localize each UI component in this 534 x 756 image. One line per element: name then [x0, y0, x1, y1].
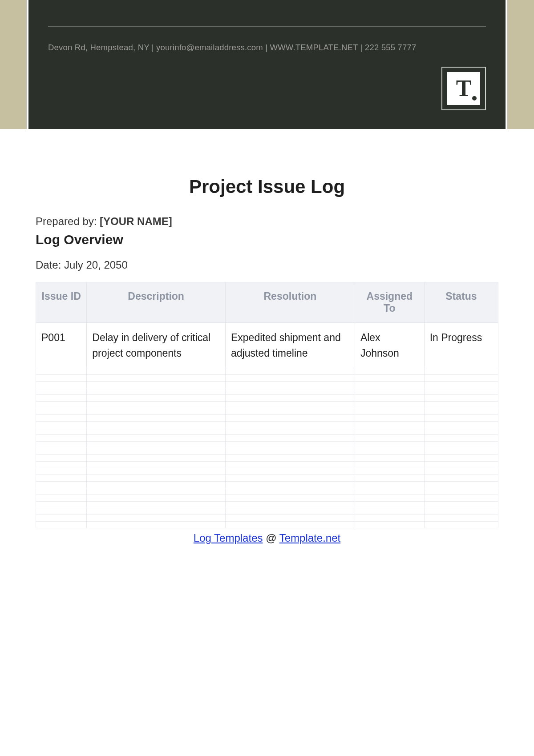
table-cell-blank	[424, 415, 498, 422]
table-cell-blank	[87, 442, 226, 448]
table-cell: Delay in delivery of critical project co…	[87, 323, 226, 368]
table-cell-blank	[225, 422, 355, 428]
table-cell-blank	[36, 522, 87, 528]
table-row-blank	[36, 422, 498, 428]
table-cell-blank	[36, 422, 87, 428]
table-cell-blank	[36, 408, 87, 415]
logo-letter: T	[456, 77, 472, 100]
table-cell-blank	[424, 402, 498, 408]
table-cell-blank	[36, 455, 87, 462]
section-heading: Log Overview	[36, 232, 498, 247]
table-cell-blank	[424, 455, 498, 462]
table-cell-blank	[424, 508, 498, 515]
table-cell-blank	[36, 435, 87, 442]
logo-frame: T	[441, 67, 486, 110]
table-cell-blank	[424, 368, 498, 375]
table-cell-blank	[225, 408, 355, 415]
table-cell-blank	[36, 508, 87, 515]
table-cell-blank	[87, 495, 226, 502]
table-cell: Alex Johnson	[355, 323, 424, 368]
table-cell-blank	[355, 428, 424, 435]
header-band: Devon Rd, Hempstead, NY | yourinfo@email…	[0, 0, 534, 129]
footer-link-template-net[interactable]: Template.net	[279, 532, 340, 544]
table-cell-blank	[36, 428, 87, 435]
table-cell-blank	[87, 455, 226, 462]
table-row-blank	[36, 495, 498, 502]
table-cell-blank	[355, 448, 424, 455]
table-cell-blank	[225, 502, 355, 508]
table-cell-blank	[87, 415, 226, 422]
table-cell-blank	[87, 482, 226, 488]
table-cell-blank	[87, 402, 226, 408]
table-cell-blank	[355, 515, 424, 522]
table-cell-blank	[225, 435, 355, 442]
table-cell-blank	[355, 415, 424, 422]
table-cell-blank	[225, 462, 355, 468]
table-cell-blank	[355, 522, 424, 528]
header-divider	[48, 26, 486, 27]
table-cell-blank	[225, 388, 355, 395]
table-cell-blank	[36, 382, 87, 388]
table-cell-blank	[355, 488, 424, 495]
table-cell-blank	[87, 395, 226, 402]
table-cell-blank	[424, 375, 498, 382]
table-cell-blank	[424, 482, 498, 488]
table-cell-blank	[36, 515, 87, 522]
table-cell-blank	[36, 482, 87, 488]
table-row-blank	[36, 475, 498, 482]
table-row-blank	[36, 462, 498, 468]
table-cell-blank	[355, 368, 424, 375]
table-cell-blank	[424, 382, 498, 388]
table-cell-blank	[87, 462, 226, 468]
table-cell: In Progress	[424, 323, 498, 368]
table-row-blank	[36, 388, 498, 395]
table-cell-blank	[36, 388, 87, 395]
table-cell-blank	[225, 448, 355, 455]
table-row-blank	[36, 502, 498, 508]
footer-link-log-templates[interactable]: Log Templates	[194, 532, 263, 544]
table-cell-blank	[36, 375, 87, 382]
table-row-blank	[36, 375, 498, 382]
table-cell-blank	[355, 475, 424, 482]
table-cell-blank	[225, 522, 355, 528]
table-cell-blank	[355, 442, 424, 448]
table-cell-blank	[36, 495, 87, 502]
table-cell-blank	[424, 475, 498, 482]
table-cell-blank	[355, 408, 424, 415]
table-cell-blank	[87, 448, 226, 455]
table-cell-blank	[225, 482, 355, 488]
table-cell-blank	[87, 515, 226, 522]
table-cell-blank	[225, 455, 355, 462]
table-cell-blank	[355, 402, 424, 408]
table-cell-blank	[225, 395, 355, 402]
issue-table: Issue ID Description Resolution Assigned…	[36, 282, 498, 528]
table-cell-blank	[225, 382, 355, 388]
table-row-blank	[36, 408, 498, 415]
footer-links: Log Templates @ Template.net	[36, 528, 498, 562]
header-dark-panel: Devon Rd, Hempstead, NY | yourinfo@email…	[27, 0, 507, 129]
table-cell-blank	[355, 422, 424, 428]
table-cell-blank	[355, 462, 424, 468]
table-row-blank	[36, 482, 498, 488]
table-cell-blank	[424, 515, 498, 522]
table-header-row: Issue ID Description Resolution Assigned…	[36, 282, 498, 323]
col-resolution: Resolution	[225, 282, 355, 323]
table-row-blank	[36, 488, 498, 495]
prepared-by-label: Prepared by:	[36, 215, 100, 227]
table-row-blank	[36, 522, 498, 528]
table-cell-blank	[87, 522, 226, 528]
table-row-blank	[36, 468, 498, 475]
table-cell-blank	[424, 388, 498, 395]
table-cell-blank	[87, 435, 226, 442]
table-row-blank	[36, 395, 498, 402]
table-cell-blank	[424, 435, 498, 442]
logo-dot-icon	[472, 96, 477, 101]
table-cell-blank	[355, 502, 424, 508]
table-cell-blank	[225, 475, 355, 482]
col-assigned-to: Assigned To	[355, 282, 424, 323]
table-cell-blank	[36, 468, 87, 475]
footer-separator: @	[263, 532, 279, 544]
logo-icon: T	[447, 72, 480, 105]
prepared-by-value: [YOUR NAME]	[100, 215, 172, 227]
table-cell-blank	[355, 508, 424, 515]
